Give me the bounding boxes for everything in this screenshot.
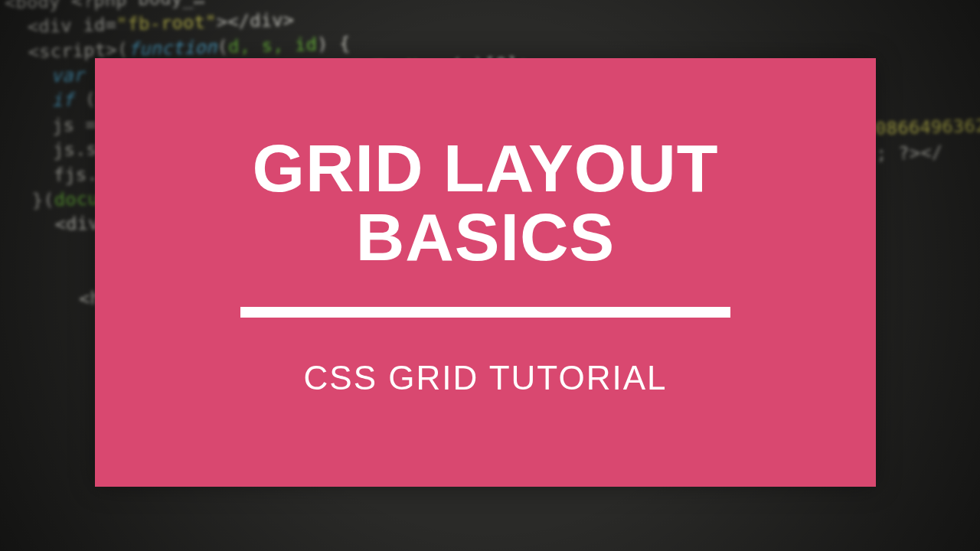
divider-rule — [240, 307, 730, 318]
title-line-2: BASICS — [356, 199, 616, 275]
title-card: GRID LAYOUT BASICS CSS GRID TUTORIAL — [95, 58, 876, 487]
subtitle: CSS GRID TUTORIAL — [304, 359, 668, 397]
main-title: GRID LAYOUT BASICS — [252, 134, 718, 272]
title-line-1: GRID LAYOUT — [252, 130, 718, 206]
